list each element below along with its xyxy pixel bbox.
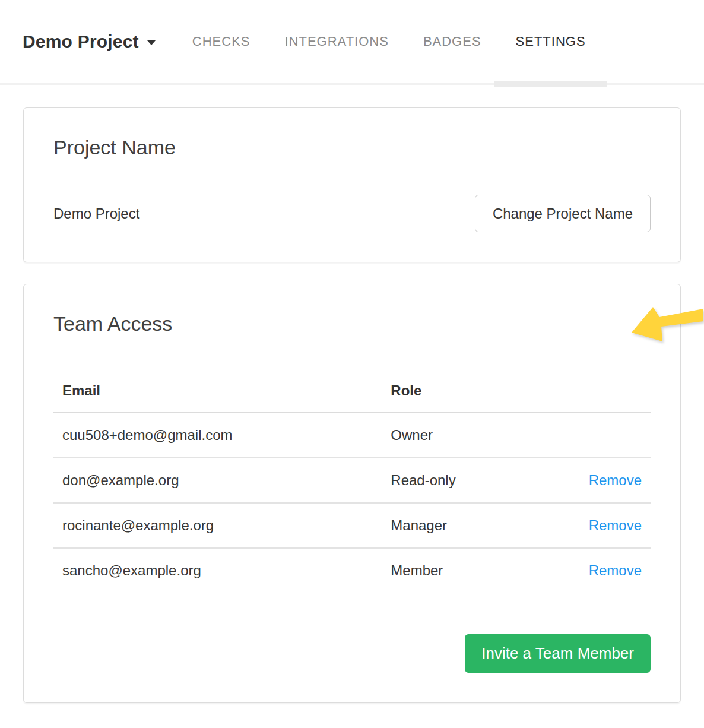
member-action: Remove	[549, 548, 651, 593]
top-nav-bar: Demo Project CHECKS INTEGRATIONS BADGES …	[0, 0, 704, 85]
member-email: cuu508+demo@gmail.com	[53, 413, 382, 458]
invite-team-member-button[interactable]: Invite a Team Member	[465, 634, 651, 673]
action-column-header	[549, 372, 651, 413]
member-role: Read-only	[382, 458, 549, 503]
table-row: don@example.org Read-only Remove	[53, 458, 651, 503]
member-role: Manager	[382, 503, 549, 548]
current-project-name: Demo Project	[53, 205, 139, 222]
settings-tab-indicator	[494, 81, 607, 87]
table-row: cuu508+demo@gmail.com Owner	[53, 413, 651, 458]
member-role: Owner	[382, 413, 549, 458]
member-email: rocinante@example.org	[53, 503, 382, 548]
member-role: Member	[382, 548, 549, 593]
tab-settings[interactable]: SETTINGS	[516, 34, 586, 49]
remove-member-link[interactable]: Remove	[589, 472, 642, 488]
tab-settings-label: SETTINGS	[516, 34, 586, 49]
project-name-row: Demo Project Change Project Name	[53, 195, 651, 232]
tab-checks[interactable]: CHECKS	[192, 34, 250, 49]
project-name-card-title: Project Name	[53, 135, 651, 160]
table-row: sancho@example.org Member Remove	[53, 548, 651, 593]
tab-badges-label: BADGES	[423, 34, 481, 49]
member-action: Remove	[549, 458, 651, 503]
project-switcher[interactable]: Demo Project	[23, 31, 156, 52]
project-name-card: Project Name Demo Project Change Project…	[23, 107, 681, 262]
member-email: don@example.org	[53, 458, 382, 503]
team-access-card-title: Team Access	[53, 312, 651, 336]
project-switcher-label: Demo Project	[23, 31, 139, 52]
change-project-name-button[interactable]: Change Project Name	[475, 195, 651, 232]
team-access-table: Email Role cuu508+demo@gmail.com Owner d…	[53, 372, 651, 593]
member-action: Remove	[549, 503, 651, 548]
remove-member-link[interactable]: Remove	[589, 562, 642, 578]
member-email: sancho@example.org	[53, 548, 382, 593]
tab-integrations[interactable]: INTEGRATIONS	[284, 34, 388, 49]
caret-down-icon	[147, 40, 156, 45]
invite-row: Invite a Team Member	[53, 634, 651, 673]
tab-integrations-label: INTEGRATIONS	[284, 34, 388, 49]
tab-checks-label: CHECKS	[192, 34, 250, 49]
settings-content: Project Name Demo Project Change Project…	[0, 107, 704, 727]
team-access-card: Team Access Email Role cuu508+demo@gmail…	[23, 284, 681, 703]
member-action-empty	[549, 413, 651, 458]
table-header-row: Email Role	[53, 372, 651, 413]
table-row: rocinante@example.org Manager Remove	[53, 503, 651, 548]
role-column-header: Role	[382, 372, 549, 413]
main-nav: CHECKS INTEGRATIONS BADGES SETTINGS	[192, 34, 586, 49]
remove-member-link[interactable]: Remove	[589, 517, 642, 533]
email-column-header: Email	[53, 372, 382, 413]
tab-badges[interactable]: BADGES	[423, 34, 481, 49]
